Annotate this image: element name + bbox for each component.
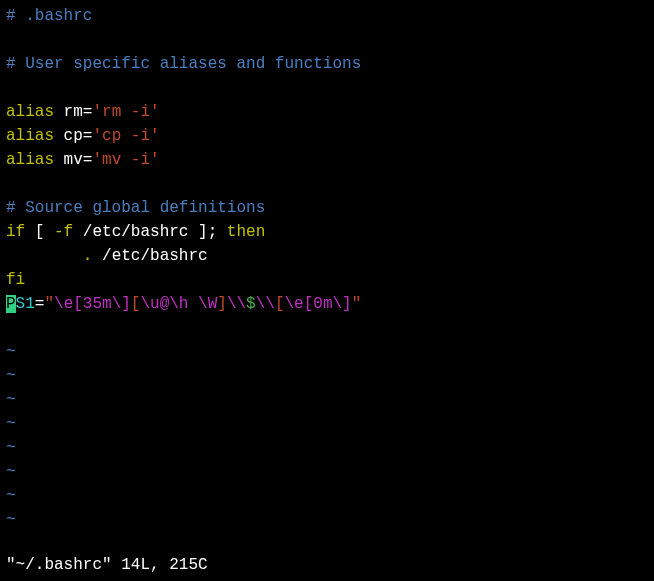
- prompt-escape: \u@\h \W: [140, 295, 217, 313]
- empty-line-marker: ~: [6, 508, 648, 532]
- empty-line-marker: ~: [6, 388, 648, 412]
- empty-line-marker: ~: [6, 484, 648, 508]
- empty-line-marker: ~: [6, 460, 648, 484]
- alias-value: 'mv -i': [92, 151, 159, 169]
- blank-line: [6, 28, 648, 52]
- string-body: [: [275, 295, 285, 313]
- code-line: # Source global definitions: [6, 196, 648, 220]
- blank-line: [6, 76, 648, 100]
- code-line: . /etc/bashrc: [6, 244, 648, 268]
- comment: # User specific aliases and functions: [6, 55, 361, 73]
- ps1-var: S1: [16, 295, 35, 313]
- keyword-alias: alias: [6, 127, 54, 145]
- alias-name: cp=: [54, 127, 92, 145]
- keyword-alias: alias: [6, 103, 54, 121]
- quote: ": [44, 295, 54, 313]
- keyword-alias: alias: [6, 151, 54, 169]
- cursor: P: [6, 295, 16, 313]
- bracket: ];: [198, 223, 227, 241]
- keyword-then: then: [227, 223, 265, 241]
- alias-value: 'rm -i': [92, 103, 159, 121]
- code-line: if [ -f /etc/bashrc ]; then: [6, 220, 648, 244]
- code-line: fi: [6, 268, 648, 292]
- indent: [6, 247, 83, 265]
- alias-name: mv=: [54, 151, 92, 169]
- backslash: \\: [256, 295, 275, 313]
- dot-command: .: [83, 247, 93, 265]
- path: /etc/bashrc: [73, 223, 198, 241]
- empty-line-marker: ~: [6, 340, 648, 364]
- comment: # Source global definitions: [6, 199, 265, 217]
- blank-line: [6, 316, 648, 340]
- escape-seq: \e[35m\]: [54, 295, 131, 313]
- keyword-if: if: [6, 223, 25, 241]
- code-line: alias rm='rm -i': [6, 100, 648, 124]
- code-line: # .bashrc: [6, 4, 648, 28]
- test-flag: -f: [54, 223, 73, 241]
- code-line: PS1="\e[35m\][\u@\h \W]\\$\\[\e[0m\]": [6, 292, 648, 316]
- code-line: alias cp='cp -i': [6, 124, 648, 148]
- vim-status-line: "~/.bashrc" 14L, 215C: [6, 553, 208, 577]
- blank-line: [6, 172, 648, 196]
- quote: ": [352, 295, 362, 313]
- comment: # .bashrc: [6, 7, 92, 25]
- code-line: # User specific aliases and functions: [6, 52, 648, 76]
- backslash: \\: [227, 295, 246, 313]
- vim-editor[interactable]: # .bashrc # User specific aliases and fu…: [0, 0, 654, 536]
- keyword-fi: fi: [6, 271, 25, 289]
- empty-line-marker: ~: [6, 364, 648, 388]
- empty-line-marker: ~: [6, 412, 648, 436]
- path: /etc/bashrc: [92, 247, 207, 265]
- alias-name: rm=: [54, 103, 92, 121]
- alias-value: 'cp -i': [92, 127, 159, 145]
- string-body: ]: [217, 295, 227, 313]
- string-body: [: [131, 295, 141, 313]
- escape-seq: \e[0m\]: [285, 295, 352, 313]
- code-line: alias mv='mv -i': [6, 148, 648, 172]
- dollar: $: [246, 295, 256, 313]
- bracket: [: [25, 223, 54, 241]
- empty-line-marker: ~: [6, 436, 648, 460]
- equals: =: [35, 295, 45, 313]
